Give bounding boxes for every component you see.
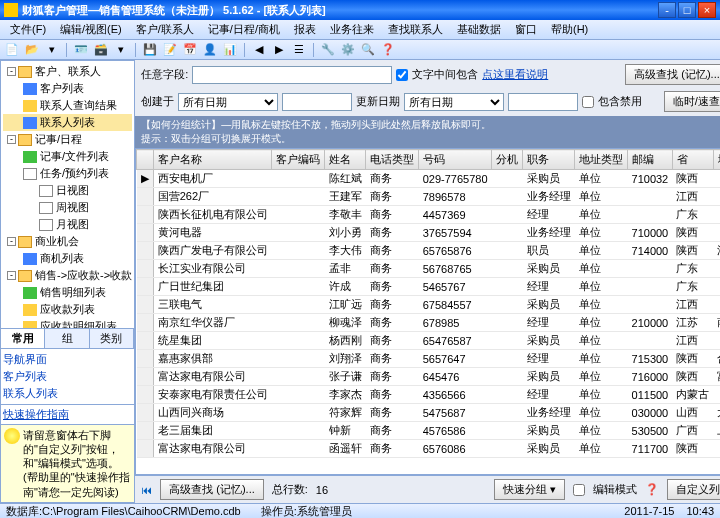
tool1-icon[interactable]: 🔧 [320,42,336,58]
temp-quick-button[interactable]: 临时/速查 [664,91,720,112]
create-date-input[interactable] [282,93,352,111]
dropdown-icon[interactable]: ▾ [113,42,129,58]
tree-node[interactable]: 联系人查询结果 [3,97,132,114]
tree-node[interactable]: 周视图 [3,199,132,216]
quick-group-button[interactable]: 快速分组 ▾ [494,479,565,500]
update-date-select[interactable]: 所有日期 [404,93,504,111]
column-header[interactable] [137,150,154,170]
tree-node[interactable]: 销售明细列表 [3,284,132,301]
table-row[interactable]: 富达家电有限公司函遥轩商务6576086采购员单位711700陕西 [137,440,720,458]
prev-icon[interactable]: ◀ [251,42,267,58]
close-button[interactable]: × [698,2,716,18]
menu-item[interactable]: 基础数据 [451,20,507,39]
see-desc-link[interactable]: 点这里看说明 [482,67,548,82]
tree-node[interactable]: 客户列表 [3,80,132,97]
help-small-icon[interactable]: ❓ [645,483,659,496]
help-icon[interactable]: ❓ [380,42,396,58]
sidebar-tab[interactable]: 组 [45,329,89,348]
tree-node[interactable]: 应收款明细列表 [3,318,132,328]
box-icon[interactable]: 🗃️ [93,42,109,58]
new-icon[interactable]: 📄 [4,42,20,58]
nav-link[interactable]: 联系人列表 [3,385,132,402]
adv-search-bottom-button[interactable]: 高级查找 (记忆)... [160,479,264,500]
calendar-icon[interactable]: 📅 [182,42,198,58]
menu-item[interactable]: 文件(F) [4,20,52,39]
column-header[interactable]: 城 [713,150,720,170]
table-row[interactable]: 富达家电有限公司张子谦商务645476采购员单位716000陕西富 [137,368,720,386]
note-icon[interactable]: 📝 [162,42,178,58]
table-row[interactable]: 长江实业有限公司孟非商务56768765采购员单位广东 [137,260,720,278]
table-row[interactable]: 嘉惠家俱部刘翔泽商务5657647经理单位715300陕西合 [137,350,720,368]
tree-node[interactable]: -销售->应收款->收款 [3,267,132,284]
tree-node[interactable]: 月视图 [3,216,132,233]
open-icon[interactable]: 📂 [24,42,40,58]
next-icon[interactable]: ▶ [271,42,287,58]
minimize-button[interactable]: - [658,2,676,18]
tree-node[interactable]: 商机列表 [3,250,132,267]
custom-cols-button[interactable]: 自定义列 [667,479,720,500]
column-header[interactable]: 分机 [492,150,523,170]
nav-link[interactable]: 导航界面 [3,351,132,368]
any-field-input[interactable] [192,66,392,84]
chart-icon[interactable]: 📊 [222,42,238,58]
table-row[interactable]: 国营262厂王建军商务7896578业务经理单位江西 [137,188,720,206]
table-row[interactable]: 三联电气江旷远商务67584557采购员单位江西 [137,296,720,314]
data-grid[interactable]: 客户名称客户编码姓名电话类型号码分机职务地址类型邮编省城▶西安电机厂陈红斌商务0… [135,148,720,475]
tool2-icon[interactable]: ⚙️ [340,42,356,58]
menu-item[interactable]: 业务往来 [324,20,380,39]
expand-icon[interactable]: - [7,135,16,144]
menu-item[interactable]: 编辑/视图(E) [54,20,128,39]
adv-search-button[interactable]: 高级查找 (记忆)... [625,64,720,85]
edit-mode-checkbox[interactable] [573,484,585,496]
menu-item[interactable]: 记事/日程/商机 [202,20,286,39]
table-row[interactable]: 南京红华仪器厂柳魂泽商务678985经理单位210000江苏南 [137,314,720,332]
menu-item[interactable]: 客户/联系人 [130,20,200,39]
contact-icon[interactable]: 👤 [202,42,218,58]
column-header[interactable]: 职务 [523,150,575,170]
create-date-select[interactable]: 所有日期 [178,93,278,111]
nav-first-icon[interactable]: ⏮ [141,484,152,496]
maximize-button[interactable]: □ [678,2,696,18]
update-date-input[interactable] [508,93,578,111]
tree-node[interactable]: 联系人列表 [3,114,132,131]
tree-node[interactable]: 应收款列表 [3,301,132,318]
tree-node[interactable]: 日视图 [3,182,132,199]
sidebar-tab[interactable]: 常用 [1,329,45,348]
save-icon[interactable]: 💾 [142,42,158,58]
column-header[interactable]: 号码 [419,150,492,170]
column-header[interactable]: 邮编 [628,150,673,170]
table-row[interactable]: ▶西安电机厂陈红斌商务029-7765780采购员单位710032陕西 [137,170,720,188]
quick-guide-link[interactable]: 快速操作指南 [3,408,69,420]
table-row[interactable]: 广日世纪集团许成商务5465767经理单位广东 [137,278,720,296]
menu-item[interactable]: 窗口 [509,20,543,39]
column-header[interactable]: 姓名 [325,150,366,170]
tool3-icon[interactable]: 🔍 [360,42,376,58]
column-header[interactable]: 省 [672,150,713,170]
column-header[interactable]: 地址类型 [575,150,628,170]
column-header[interactable]: 客户名称 [153,150,272,170]
menu-item[interactable]: 帮助(H) [545,20,594,39]
menu-item[interactable]: 查找联系人 [382,20,449,39]
dropdown-icon[interactable]: ▾ [44,42,60,58]
card-icon[interactable]: 🪪 [73,42,89,58]
expand-icon[interactable]: - [7,67,16,76]
table-row[interactable]: 黄河电器刘小勇商务37657594业务经理单位710000陕西 [137,224,720,242]
sidebar-tab[interactable]: 类别 [90,329,134,348]
tree-node[interactable]: 任务/预约列表 [3,165,132,182]
column-header[interactable]: 客户编码 [272,150,325,170]
mid-contain-checkbox[interactable] [396,69,408,81]
nav-link[interactable]: 客户列表 [3,368,132,385]
table-row[interactable]: 安泰家电有限责任公司李家杰商务4356566经理单位011500内蒙古 [137,386,720,404]
column-header[interactable]: 电话类型 [366,150,419,170]
table-row[interactable]: 山西同兴商场符家辉商务5475687业务经理单位030000山西太 [137,404,720,422]
expand-icon[interactable]: - [7,271,16,280]
tree-node[interactable]: -记事/日程 [3,131,132,148]
table-row[interactable]: 陕西长征机电有限公司李敬丰商务4457369经理单位广东 [137,206,720,224]
tree-node[interactable]: -客户、联系人 [3,63,132,80]
table-row[interactable]: 老三届集团钟新商务4576586采购员单位530500广西上 [137,422,720,440]
list-icon[interactable]: ☰ [291,42,307,58]
tree-node[interactable]: 记事/文件列表 [3,148,132,165]
table-row[interactable]: 陕西广发电子有限公司李大伟商务65765876职员单位714000陕西渭 [137,242,720,260]
incl-disabled-checkbox[interactable] [582,96,594,108]
table-row[interactable]: 统星集团杨西刚商务65476587采购员单位江西 [137,332,720,350]
